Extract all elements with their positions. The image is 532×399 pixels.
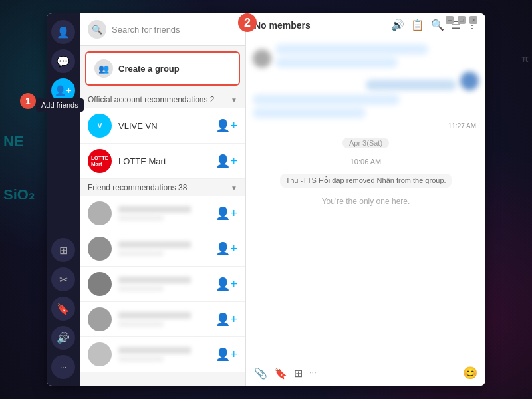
grid-footer-icon[interactable]: ⊞	[294, 367, 303, 380]
avatar-1	[88, 201, 112, 225]
sidebar-profile-icon[interactable]: 👤	[51, 20, 75, 44]
friend-sub-blur-1	[118, 215, 164, 221]
chat-footer: 📎 🔖 ⊞ ··· 😊	[246, 360, 485, 386]
friend-name-blur-3	[118, 277, 191, 283]
friend-name-blur-1	[118, 206, 191, 213]
friend-add-button-2[interactable]: 👤+	[215, 241, 237, 256]
friend-recommendations-header[interactable]: Friend recommendations 38 ▼	[80, 179, 245, 196]
official-accounts-label: Official account recommendations 2	[88, 95, 215, 104]
vlive-logo: V	[88, 114, 112, 138]
lotte-name: LOTTE Mart	[118, 156, 209, 166]
official-accounts-header[interactable]: Official account recommendations 2 ▼	[80, 91, 245, 108]
friend-item-4[interactable]: 👤+	[80, 302, 245, 337]
create-group-icon: 👥	[94, 59, 113, 78]
system-message: Thu -TTS Hỏi đáp removed Nhân from the g…	[280, 174, 451, 188]
system-time: 10:06 AM	[253, 158, 479, 166]
friend-name-blur-2	[118, 241, 191, 248]
create-group-button[interactable]: 👥 Create a group	[85, 51, 240, 86]
search-icon: 🔍	[88, 20, 106, 39]
friend-sub-blur-2	[118, 251, 164, 256]
avatar-2	[88, 237, 112, 261]
chat-body: 11:27 AM Apr 3(Sat) 10:06 AM Thu -TTS Hỏ…	[246, 37, 485, 360]
vlive-name: VLIVE VN	[118, 121, 209, 131]
attachment-icon[interactable]: 📎	[254, 367, 267, 380]
chevron-down-icon: ▼	[231, 96, 237, 104]
sidebar: 👤 💬 👤+ ⊞ ✂ 🔖 🔊 ···	[47, 13, 80, 386]
only-one-message: You're the only one here.	[253, 197, 479, 206]
sidebar-crop-icon[interactable]: ✂	[51, 267, 75, 291]
maximize-button[interactable]: □	[458, 16, 466, 24]
profile-icon: 👤	[57, 26, 70, 39]
friend-item-3[interactable]: 👤+	[80, 267, 245, 302]
vlive-account-item[interactable]: V VLIVE VN 👤+	[80, 108, 245, 144]
bookmark-icon: 🔖	[57, 303, 70, 315]
chat-icon: 💬	[57, 55, 70, 68]
more-icon: ···	[60, 362, 66, 372]
friend-sub-blur-4	[118, 321, 164, 327]
crop-icon: ✂	[59, 273, 68, 286]
date-divider-row: Apr 3(Sat)	[253, 134, 479, 152]
chat-panel: No members 🔊 📋 🔍 ☰ ⋮	[246, 13, 485, 386]
sidebar-more-icon[interactable]: ···	[51, 355, 75, 379]
bookmark-footer-icon[interactable]: 🔖	[274, 367, 287, 380]
sidebar-volume-icon[interactable]: 🔊	[51, 326, 75, 350]
chevron-down-icon-2: ▼	[231, 184, 237, 192]
chat-search-icon[interactable]: 🔍	[431, 19, 444, 31]
friend-info-4	[118, 312, 209, 327]
create-group-label: Create a group	[118, 64, 180, 74]
friend-info-3	[118, 277, 209, 291]
friend-sub-blur-5	[118, 356, 164, 362]
friend-sub-blur-3	[118, 286, 164, 291]
friend-add-button-5[interactable]: 👤+	[215, 347, 237, 362]
timestamp-11-27: 11:27 AM	[253, 122, 479, 130]
emoji-button[interactable]: 😊	[463, 366, 477, 380]
search-bar[interactable]: 🔍 Search for friends	[80, 13, 245, 46]
add-friends-icon: 👤+	[55, 85, 71, 96]
avatar-3	[88, 272, 112, 296]
friend-info-2	[118, 241, 209, 256]
search-placeholder: Search for friends	[112, 25, 180, 35]
friend-add-button-4[interactable]: 👤+	[215, 312, 237, 327]
minimize-button[interactable]: ─	[446, 16, 454, 24]
friend-item-1[interactable]: 👤+	[80, 196, 245, 231]
avatar-5	[88, 342, 112, 366]
friend-add-button-3[interactable]: 👤+	[215, 277, 237, 291]
friend-name-blur-4	[118, 312, 191, 319]
volume-icon: 🔊	[57, 332, 70, 344]
main-window: ─ □ ✕ 👤 💬 👤+ ⊞ ✂ 🔖 🔊	[47, 13, 485, 386]
close-button[interactable]: ✕	[469, 16, 477, 24]
sidebar-bottom: ⊞ ✂ 🔖 🔊 ···	[51, 238, 75, 379]
friend-add-button-1[interactable]: 👤+	[215, 206, 237, 221]
friend-item-5[interactable]: 👤+	[80, 337, 245, 372]
lotte-add-button[interactable]: 👤+	[215, 154, 237, 168]
friend-info-1	[118, 206, 209, 221]
blurred-messages	[253, 44, 479, 118]
sidebar-bookmark-icon[interactable]: 🔖	[51, 297, 75, 321]
add-friends-tooltip: Add friends	[36, 98, 84, 112]
sidebar-new-group-icon[interactable]: ⊞	[51, 238, 75, 262]
friend-item-2[interactable]: 👤+	[80, 231, 245, 267]
avatar-4	[88, 307, 112, 331]
new-group-icon: ⊞	[59, 244, 68, 257]
middle-panel: 🔍 Search for friends 👥 Create a group Of…	[80, 13, 246, 386]
badge-2: 2	[238, 13, 257, 32]
friend-name-blur-5	[118, 347, 191, 354]
badge-1: 1	[20, 93, 36, 109]
lotte-logo: LOTTEMart	[88, 149, 112, 173]
friend-info-5	[118, 347, 209, 362]
mute-icon[interactable]: 🔊	[391, 19, 404, 31]
sidebar-chat-icon[interactable]: 💬	[51, 49, 75, 73]
more-footer-icon[interactable]: ···	[309, 367, 317, 380]
date-divider: Apr 3(Sat)	[342, 138, 389, 148]
share-icon[interactable]: 📋	[411, 19, 424, 31]
friend-recommendations-label: Friend recommendations 38	[88, 183, 187, 192]
vlive-add-button[interactable]: 👤+	[215, 118, 237, 133]
lotte-account-item[interactable]: LOTTEMart LOTTE Mart 👤+	[80, 144, 245, 179]
window-controls: ─ □ ✕	[446, 16, 477, 24]
footer-icons: 📎 🔖 ⊞ ···	[254, 367, 317, 380]
chat-title: No members	[254, 20, 386, 31]
